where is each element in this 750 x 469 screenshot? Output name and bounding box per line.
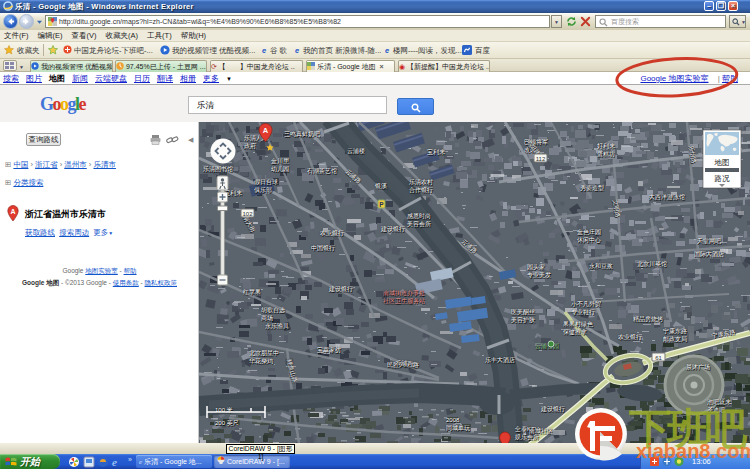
svg-text:蛋糕坊: 蛋糕坊 <box>597 150 615 158</box>
svg-text:秀姿造型: 秀姿造型 <box>580 184 604 192</box>
svg-text:银溪: 银溪 <box>374 182 387 189</box>
svg-text:e: e <box>112 456 117 468</box>
svg-text:2008: 2008 <box>446 417 460 423</box>
svg-text:同城单玩: 同城单玩 <box>446 424 470 432</box>
svg-text:精品房烧烤: 精品房烧烤 <box>633 315 663 323</box>
svg-text:感恩时尚: 感恩时尚 <box>407 213 431 220</box>
svg-text:中国银行: 中国银行 <box>311 244 335 252</box>
svg-text:112: 112 <box>536 156 546 162</box>
svg-text:华花柴鸡: 华花柴鸡 <box>249 358 273 365</box>
svg-text:专业美发: 专业美发 <box>527 271 551 278</box>
svg-text:胡歌自选: 胡歌自选 <box>261 306 285 314</box>
svg-text:北京朋星中: 北京朋星中 <box>249 349 279 357</box>
svg-text:天堂网吧: 天堂网吧 <box>697 238 721 244</box>
svg-text:商场: 商场 <box>261 314 273 322</box>
svg-text:永乐渔具: 永乐渔具 <box>265 322 289 330</box>
svg-text:宝章家纺: 宝章家纺 <box>317 346 341 354</box>
svg-text:保健推拿: 保健推拿 <box>563 328 587 336</box>
svg-text:休闲中心: 休闲中心 <box>577 237 601 244</box>
svg-text:乐清图书馆: 乐清图书馆 <box>203 165 233 173</box>
svg-text:102: 102 <box>242 211 253 217</box>
svg-text:晨沐广场: 晨沐广场 <box>686 364 710 371</box>
svg-text:建设银行: 建设银行 <box>540 405 565 413</box>
svg-text:专业鞋行: 专业鞋行 <box>571 309 595 316</box>
svg-text:宁康东路: 宁康东路 <box>663 327 687 335</box>
svg-text:国际大酒店: 国际大酒店 <box>694 250 724 258</box>
svg-text:假日台球: 假日台球 <box>254 179 278 186</box>
svg-text:小不凡外贸: 小不凡外贸 <box>571 300 601 307</box>
svg-text:200 英尺: 200 英尺 <box>215 419 239 427</box>
svg-text:社区卫生服务站: 社区卫生服务站 <box>383 297 425 305</box>
svg-text:地图: 地图 <box>714 158 730 167</box>
svg-text:邮政支局: 邮政支局 <box>663 335 687 343</box>
svg-text:P: P <box>379 201 384 208</box>
svg-text:好利来: 好利来 <box>597 142 615 150</box>
svg-text:乐丰大酒店: 乐丰大酒店 <box>485 356 515 364</box>
svg-text:61: 61 <box>655 355 662 361</box>
svg-text:大西洋游泳馆: 大西洋游泳馆 <box>649 193 685 201</box>
svg-text:建设银行: 建设银行 <box>328 285 353 293</box>
svg-text:宝利来: 宝利来 <box>427 148 445 156</box>
svg-text:石湖茶艺馆: 石湖茶艺馆 <box>306 167 337 175</box>
svg-text:政府: 政府 <box>244 142 256 149</box>
svg-text:A: A <box>263 126 269 135</box>
svg-text:乐清农村: 乐清农村 <box>409 178 433 186</box>
svg-text:金川里: 金川里 <box>270 158 290 164</box>
svg-text:俱乐部: 俱乐部 <box>254 186 272 194</box>
svg-text:南城社区: 南城社区 <box>529 427 553 434</box>
svg-text:美容会所: 美容会所 <box>407 220 431 228</box>
svg-text:农业银行: 农业银行 <box>618 333 642 340</box>
svg-text:园头家: 园头家 <box>527 263 545 271</box>
svg-text:路况: 路况 <box>715 174 731 183</box>
svg-text:永和豆浆: 永和豆浆 <box>589 262 613 270</box>
svg-text:金色庄园: 金色庄园 <box>576 228 601 236</box>
svg-text:娱乐会所: 娱乐会所 <box>514 433 539 440</box>
svg-text:A: A <box>10 208 15 215</box>
svg-text:建设银行: 建设银行 <box>380 225 405 233</box>
svg-text:云浦公园: 云浦公园 <box>535 343 559 350</box>
svg-text:果果村绿色: 果果村绿色 <box>563 321 594 328</box>
svg-text:幼儿园: 幼儿园 <box>271 166 289 173</box>
svg-text:南城街道办事处: 南城街道办事处 <box>383 289 425 297</box>
svg-text:农业银行: 农业银行 <box>320 229 344 236</box>
svg-text:美容护肤: 美容护肤 <box>511 316 535 324</box>
svg-text:北京川菜馆: 北京川菜馆 <box>637 260 667 268</box>
svg-text:医美酮丝: 医美酮丝 <box>511 308 535 316</box>
svg-text:红苹果: 红苹果 <box>242 288 261 295</box>
svg-text:合作银行: 合作银行 <box>409 186 433 194</box>
svg-text:云浦楼: 云浦楼 <box>347 148 365 154</box>
svg-text:三鸣真鲜奶吧: 三鸣真鲜奶吧 <box>284 130 320 138</box>
